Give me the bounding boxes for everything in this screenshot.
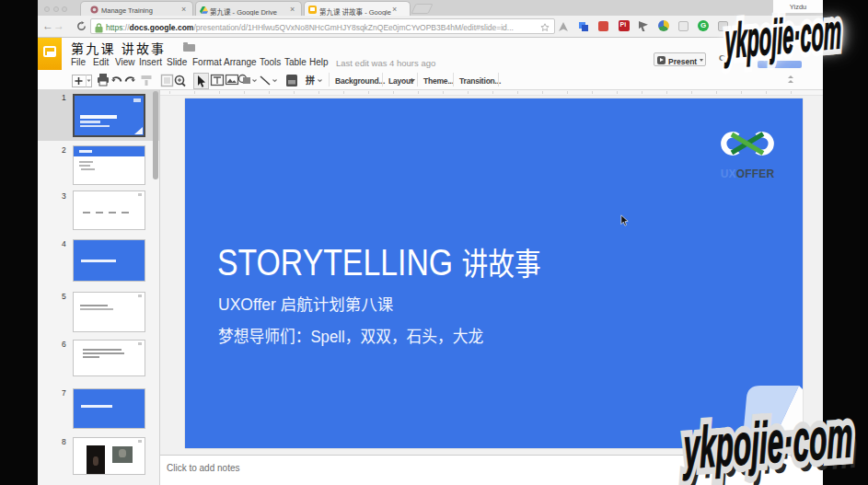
svg-text:拼: 拼 [306, 73, 315, 87]
